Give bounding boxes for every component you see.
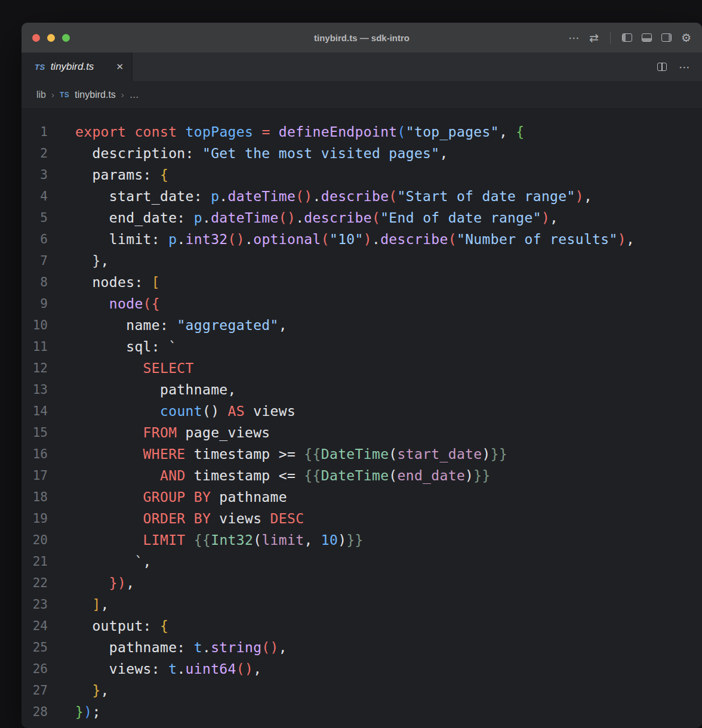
code-line[interactable]: 26 views: t.uint64(),	[21, 658, 702, 680]
line-number[interactable]: 6	[21, 229, 48, 250]
minimize-window-button[interactable]	[47, 34, 55, 42]
breadcrumb: lib › TS tinybird.ts › …	[21, 81, 702, 108]
toggle-right-sidebar-icon[interactable]	[661, 33, 672, 42]
code-line[interactable]: 1export const topPages = defineEndpoint(…	[21, 121, 702, 143]
code-line[interactable]: 6 limit: p.int32().optional("10").descri…	[21, 229, 702, 250]
breadcrumb-symbol-ellipsis[interactable]: …	[130, 90, 139, 100]
code-line[interactable]: 3 params: {	[21, 164, 702, 186]
code-line[interactable]: 18 GROUP BY pathname	[21, 486, 702, 508]
code-line[interactable]: 16 WHERE timestamp >= {{DateTime(start_d…	[21, 443, 702, 465]
code-line[interactable]: 13 pathname,	[21, 379, 702, 400]
close-tab-icon[interactable]: ✕	[115, 60, 125, 73]
code-line[interactable]: 24 output: {	[21, 615, 702, 637]
code-line[interactable]: 28});	[21, 701, 702, 723]
code-text: count() AS views	[75, 400, 295, 422]
line-number[interactable]: 24	[21, 615, 48, 637]
code-text: params: {	[75, 164, 168, 186]
line-number[interactable]: 4	[21, 186, 48, 207]
line-number[interactable]: 8	[21, 272, 48, 293]
line-number[interactable]: 5	[21, 207, 48, 229]
zoom-window-button[interactable]	[62, 34, 70, 42]
typescript-file-icon: TS	[60, 91, 69, 99]
code-text: `,	[75, 551, 152, 572]
line-number[interactable]: 3	[21, 164, 48, 186]
line-number[interactable]: 28	[21, 701, 48, 723]
code-editor[interactable]: 1export const topPages = defineEndpoint(…	[21, 108, 702, 728]
split-editor-icon[interactable]	[657, 63, 667, 71]
breadcrumb-folder[interactable]: lib	[36, 90, 46, 100]
line-number[interactable]: 9	[21, 293, 48, 314]
line-number[interactable]: 27	[21, 680, 48, 701]
code-line[interactable]: 25 pathname: t.string(),	[21, 637, 702, 658]
editor-more-actions-icon[interactable]: ⋯	[679, 61, 690, 73]
code-text: }),	[75, 572, 134, 594]
toggle-bottom-panel-icon[interactable]	[642, 33, 652, 42]
line-number[interactable]: 18	[21, 486, 48, 508]
line-number[interactable]: 13	[21, 379, 48, 400]
code-text: FROM page_views	[75, 422, 270, 443]
code-line[interactable]: 2 description: "Get the most visited pag…	[21, 143, 702, 164]
tab-bar: TS tinybird.ts ✕ ⋯	[21, 53, 702, 81]
code-text: node({	[75, 293, 160, 314]
chevron-right-icon: ›	[51, 90, 54, 100]
traffic-lights	[32, 34, 70, 42]
settings-gear-icon[interactable]: ⚙	[681, 32, 691, 44]
code-line[interactable]: 27 },	[21, 680, 702, 701]
line-number[interactable]: 7	[21, 250, 48, 272]
line-number[interactable]: 20	[21, 529, 48, 551]
code-text: ],	[75, 594, 109, 615]
code-line[interactable]: 12 SELECT	[21, 357, 702, 379]
line-number[interactable]: 26	[21, 658, 48, 680]
code-text: start_date: p.dateTime().describe("Start…	[75, 186, 592, 207]
code-line[interactable]: 19 ORDER BY views DESC	[21, 508, 702, 529]
titlebar-separator	[610, 32, 611, 44]
sync-arrows-icon[interactable]: ⇄	[589, 32, 599, 44]
code-line[interactable]: 9 node({	[21, 293, 702, 314]
line-number[interactable]: 11	[21, 336, 48, 357]
line-number[interactable]: 15	[21, 422, 48, 443]
more-actions-icon[interactable]: ⋯	[568, 32, 580, 44]
code-text: WHERE timestamp >= {{DateTime(start_date…	[75, 443, 507, 465]
code-text: end_date: p.dateTime().describe("End of …	[75, 207, 558, 229]
code-line[interactable]: 10 name: "aggregated",	[21, 314, 702, 336]
line-number[interactable]: 25	[21, 637, 48, 658]
line-number[interactable]: 2	[21, 143, 48, 164]
line-number[interactable]: 16	[21, 443, 48, 465]
line-number[interactable]: 21	[21, 551, 48, 572]
code-line[interactable]: 15 FROM page_views	[21, 422, 702, 443]
code-line[interactable]: 22 }),	[21, 572, 702, 594]
line-number[interactable]: 23	[21, 594, 48, 615]
line-number[interactable]: 14	[21, 400, 48, 422]
code-line[interactable]: 4 start_date: p.dateTime().describe("Sta…	[21, 186, 702, 207]
code-text: SELECT	[75, 357, 194, 379]
code-line[interactable]: 7 },	[21, 250, 702, 272]
code-line[interactable]: 11 sql: `	[21, 336, 702, 357]
tab-tinybird-ts[interactable]: TS tinybird.ts ✕	[21, 53, 133, 81]
code-text: output: {	[75, 615, 168, 637]
line-number[interactable]: 17	[21, 465, 48, 486]
typescript-file-icon: TS	[35, 63, 45, 72]
code-line[interactable]: 23 ],	[21, 594, 702, 615]
line-number[interactable]: 1	[21, 121, 48, 143]
close-window-button[interactable]	[32, 34, 40, 42]
code-text: AND timestamp <= {{DateTime(end_date)}}	[75, 465, 491, 486]
code-text: },	[75, 250, 109, 272]
code-line[interactable]: 17 AND timestamp <= {{DateTime(end_date)…	[21, 465, 702, 486]
code-line[interactable]: 20 LIMIT {{Int32(limit, 10)}}	[21, 529, 702, 551]
line-number[interactable]: 19	[21, 508, 48, 529]
line-number[interactable]: 12	[21, 357, 48, 379]
chevron-right-icon: ›	[121, 90, 124, 100]
code-text: name: "aggregated",	[75, 314, 287, 336]
code-text: sql: `	[75, 336, 177, 357]
code-text: });	[75, 701, 101, 723]
code-line[interactable]: 5 end_date: p.dateTime().describe("End o…	[21, 207, 702, 229]
code-line[interactable]: 21 `,	[21, 551, 702, 572]
code-line[interactable]: 8 nodes: [	[21, 272, 702, 293]
line-number[interactable]: 10	[21, 314, 48, 336]
app-window: tinybird.ts — sdk-intro ⋯ ⇄ ⚙ TS tinybir…	[21, 23, 702, 728]
breadcrumb-file[interactable]: tinybird.ts	[75, 90, 115, 100]
toggle-left-sidebar-icon[interactable]	[622, 33, 632, 42]
code-line[interactable]: 14 count() AS views	[21, 400, 702, 422]
code-text: ORDER BY views DESC	[75, 508, 304, 529]
line-number[interactable]: 22	[21, 572, 48, 594]
